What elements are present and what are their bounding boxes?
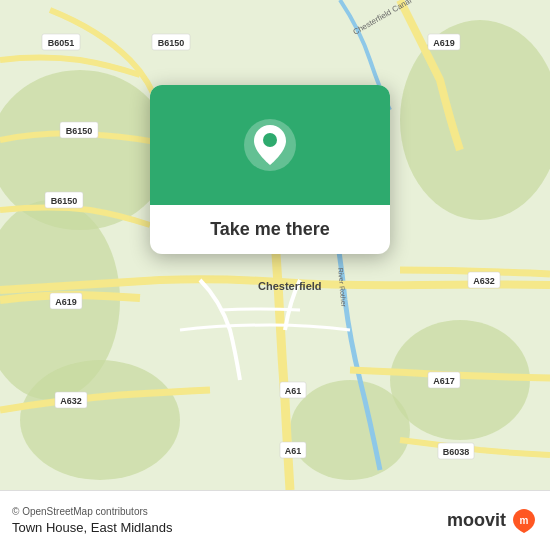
svg-text:B6038: B6038 xyxy=(443,447,470,457)
map-container: Chesterfield Canal B6051 B6150 xyxy=(0,0,550,490)
svg-text:A632: A632 xyxy=(473,276,495,286)
svg-point-5 xyxy=(20,360,180,480)
moovit-logo-icon: m xyxy=(510,507,538,535)
svg-text:m: m xyxy=(520,515,529,526)
svg-text:A617: A617 xyxy=(433,376,455,386)
svg-text:B6150: B6150 xyxy=(51,196,78,206)
svg-text:A619: A619 xyxy=(55,297,77,307)
take-me-there-label[interactable]: Take me there xyxy=(210,219,330,240)
location-label: Town House, East Midlands xyxy=(12,520,172,535)
card-header xyxy=(150,85,390,205)
svg-text:A632: A632 xyxy=(60,396,82,406)
moovit-brand-text: moovit xyxy=(447,510,506,531)
osm-attribution: © OpenStreetMap contributors xyxy=(12,506,172,517)
svg-text:B6150: B6150 xyxy=(66,126,93,136)
svg-text:B6051: B6051 xyxy=(48,38,75,48)
svg-text:Chesterfield: Chesterfield xyxy=(258,280,322,292)
svg-point-35 xyxy=(263,133,277,147)
footer-bar: © OpenStreetMap contributors Town House,… xyxy=(0,490,550,550)
footer-info: © OpenStreetMap contributors Town House,… xyxy=(12,506,172,535)
svg-text:A61: A61 xyxy=(285,386,302,396)
svg-point-6 xyxy=(290,380,410,480)
svg-text:A61: A61 xyxy=(285,446,302,456)
location-pin-icon xyxy=(242,117,298,173)
take-me-there-button[interactable]: Take me there xyxy=(150,205,390,254)
svg-text:A619: A619 xyxy=(433,38,455,48)
destination-card: Take me there xyxy=(150,85,390,254)
svg-text:B6150: B6150 xyxy=(158,38,185,48)
moovit-logo: moovit m xyxy=(447,507,538,535)
